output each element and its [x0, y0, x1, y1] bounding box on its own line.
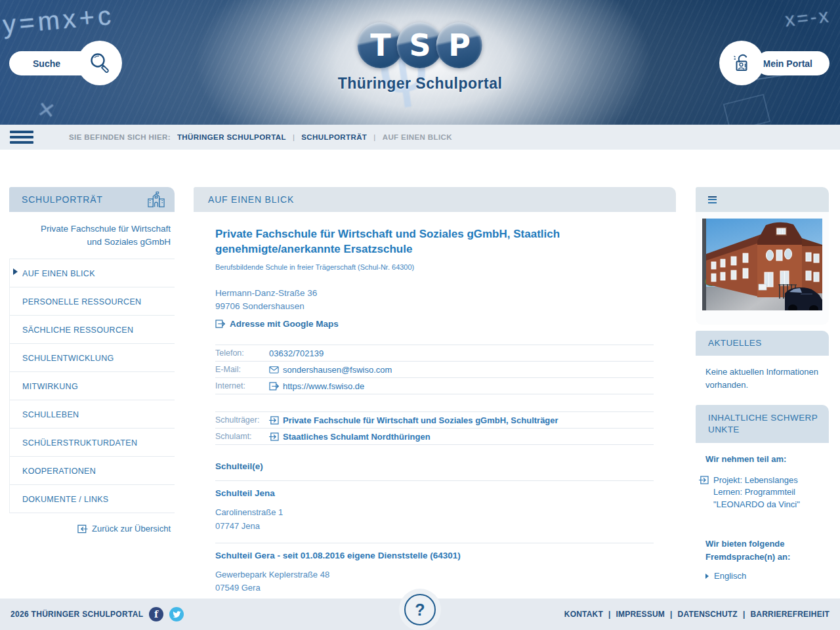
sidebar-item-schuelerstrukturdaten[interactable]: SCHÜLERSTRUKTURDATEN	[10, 429, 175, 457]
schulamt-label: Schulamt:	[215, 432, 269, 441]
schwerpunkte-header: INHALTLICHE SCHWERPUNKTE	[696, 405, 829, 443]
schulamt-value: Staatliches Schulamt Nordthüringen	[283, 432, 430, 442]
website-link[interactable]: https://www.fswiso.de	[269, 381, 364, 391]
sidebar-item-schulleben[interactable]: SCHULLEBEN	[10, 400, 175, 429]
projekt-link[interactable]: Projekt: Lebenslanges Lernen: Programmte…	[699, 474, 820, 512]
schultraeger-link[interactable]: Private Fachschule für Wirtschaft und So…	[269, 415, 558, 425]
email-link[interactable]: sondershausen@fswiso.com	[269, 365, 392, 375]
sidebar-title: SCHULPORTRÄT	[22, 194, 103, 205]
sidebar-item-label: PERSONELLE RESSOURCEN	[22, 297, 141, 306]
sidebar-item-auf-einen-blick[interactable]: AUF EINEN BLICK	[10, 259, 175, 287]
back-to-overview-label: Zurück zur Übersicht	[92, 524, 171, 534]
active-marker-icon	[13, 268, 18, 275]
footer-link-barrierefreiheit[interactable]: BARRIEREFREIHEIT	[750, 610, 830, 619]
internet-label: Internet:	[215, 381, 269, 390]
arrow-left-box-icon	[77, 524, 88, 534]
sidebar-menu: AUF EINEN BLICK PERSONELLE RESSOURCEN SÄ…	[9, 259, 175, 513]
schwerpunkte-body: Wir nehmen teil am: Projekt: Lebenslange…	[696, 443, 829, 591]
school-type: Berufsbildende Schule in freier Trägersc…	[215, 263, 654, 271]
question-mark-icon: ?	[404, 594, 436, 625]
sidebar-item-label: SCHULLEBEN	[22, 410, 79, 419]
logo[interactable]: T S P Thüringer Schulportal	[338, 22, 503, 93]
sidebar-item-kooperationen[interactable]: KOOPERATIONEN	[10, 457, 175, 485]
schulteil-address: Carolinenstraße 1 07747 Jena	[215, 506, 654, 532]
main-section-header: AUF EINEN BLICK	[194, 187, 676, 212]
back-to-overview-link[interactable]: Zurück zur Übersicht	[77, 524, 171, 534]
sidebar-item-schulentwicklung[interactable]: SCHULENTWICKLUNG	[10, 344, 175, 372]
sidebar-item-label: MITWIRKUNG	[22, 382, 78, 391]
sidebar-item-saechliche-ressourcen[interactable]: SÄCHLICHE RESSOURCEN	[10, 316, 175, 344]
schwerpunkte-panel: INHALTLICHE SCHWERPUNKTE Wir nehmen teil…	[696, 405, 829, 591]
login-icon-button[interactable]	[719, 41, 764, 85]
internal-link-icon	[269, 432, 279, 441]
page: y=mx+c φ x=-x × Suche T S P Thüringer Sc…	[0, 0, 840, 630]
google-maps-link[interactable]: Adresse mit Google Maps	[215, 319, 339, 329]
footer-link-impressum[interactable]: IMPRESSUM	[616, 610, 665, 619]
email-label: E-Mail:	[215, 365, 269, 374]
website-value: https://www.fswiso.de	[283, 381, 364, 391]
footer-link-kontakt[interactable]: KONTAKT	[564, 610, 603, 619]
arrow-right-icon	[705, 574, 709, 579]
schulamt-row: Schulamt: Staatliches Schulamt Nordthüri…	[215, 429, 654, 445]
search-label: Suche	[33, 58, 60, 69]
school-title: Private Fachschule für Wirtschaft und So…	[215, 227, 635, 257]
external-link-icon	[269, 382, 279, 390]
footer-link-datenschutz[interactable]: DATENSCHUTZ	[678, 610, 738, 619]
sidebar-item-label: SÄCHLICHE RESSOURCEN	[22, 326, 133, 335]
sidebar-item-personelle-ressourcen[interactable]: PERSONELLE RESSOURCEN	[10, 287, 175, 316]
schultraeger-label: Schulträger:	[215, 415, 269, 425]
help-button[interactable]: ?	[399, 589, 441, 630]
facebook-icon[interactable]: f	[149, 607, 163, 621]
aktuelles-title: AKTUELLES	[708, 337, 762, 349]
breadcrumb-item-schulportraet[interactable]: SCHULPORTRÄT	[301, 133, 367, 141]
twitter-bird-icon	[173, 611, 181, 618]
sidebar-item-dokumente-links[interactable]: DOKUMENTE / LINKS	[10, 485, 175, 513]
schulteil-city: 07747 Jena	[215, 520, 654, 533]
internal-link-icon	[269, 416, 279, 425]
right-column: AKTUELLES Keine aktuellen Informationen …	[696, 187, 829, 591]
mein-portal-label: Mein Portal	[763, 58, 812, 69]
breadcrumb-prefix: SIE BEFINDEN SICH HIER:	[69, 133, 171, 141]
phone-value: 03632/702139	[269, 348, 324, 358]
footer-separator: |	[608, 610, 611, 619]
internal-link-icon	[699, 476, 709, 484]
authority-rows: Schulträger: Private Fachschule für Wirt…	[215, 411, 654, 445]
menu-icon[interactable]	[10, 128, 33, 146]
search-icon-button[interactable]	[77, 41, 122, 85]
twitter-icon[interactable]	[169, 607, 184, 621]
google-maps-label: Adresse mit Google Maps	[230, 319, 339, 329]
sidebar-item-mitwirkung[interactable]: MITWIRKUNG	[10, 372, 175, 400]
footer-separator: |	[670, 610, 673, 619]
back-row: Zurück zur Übersicht	[9, 513, 175, 536]
internet-row: Internet: https://www.fswiso.de	[215, 378, 654, 394]
email-row: E-Mail: sondershausen@fswiso.com	[215, 362, 654, 378]
schulteil-street: Gewerbepark Keplerstraße 48	[215, 568, 654, 581]
envelope-icon	[269, 366, 279, 373]
schulteile-heading: Schulteil(e)	[215, 461, 654, 471]
mein-portal-button[interactable]: Mein Portal	[756, 51, 830, 75]
address-street: Hermann-Danz-Straße 36	[215, 287, 654, 300]
search-icon	[87, 51, 112, 75]
chalk-doodle-x: ×	[36, 92, 57, 125]
breadcrumb-separator: |	[373, 133, 375, 141]
schulteil-name: Schulteil Gera - seit 01.08.2016 eigene …	[215, 551, 654, 560]
sidebar-school-name: Private Fachschule für Wirtschaft und So…	[9, 212, 175, 259]
schulamt-link[interactable]: Staatliches Schulamt Nordthüringen	[269, 432, 430, 442]
sprache-link[interactable]: Englisch	[705, 570, 746, 583]
breadcrumb: SIE BEFINDEN SICH HIER: THÜRINGER SCHULP…	[69, 133, 452, 141]
footer: 2026 THÜRINGER SCHULPORTAL f ? KONTAKT |…	[0, 598, 840, 630]
school-address: Hermann-Danz-Straße 36 99706 Sondershaus…	[215, 287, 654, 314]
sidebar-item-label: AUF EINEN BLICK	[22, 269, 95, 278]
logo-letter-p: P	[436, 22, 482, 68]
sidebar-header: SCHULPORTRÄT	[9, 187, 175, 212]
sidebar-item-label: KOOPERATIONEN	[22, 467, 96, 476]
sprache-label: Englisch	[714, 570, 746, 583]
breadcrumb-item-schulportal[interactable]: THÜRINGER SCHULPORTAL	[177, 133, 286, 141]
list-icon[interactable]	[708, 194, 717, 205]
breadcrumb-item-current: AUF EINEN BLICK	[383, 133, 452, 141]
school-photo[interactable]	[702, 219, 822, 310]
chalk-doodle-formula: y=mx+c	[1, 1, 115, 40]
aktuelles-header: AKTUELLES	[696, 331, 829, 356]
aktuelles-text: Keine aktuellen Informationen vorhanden.	[696, 356, 829, 399]
schultraeger-row: Schulträger: Private Fachschule für Wirt…	[215, 412, 654, 429]
